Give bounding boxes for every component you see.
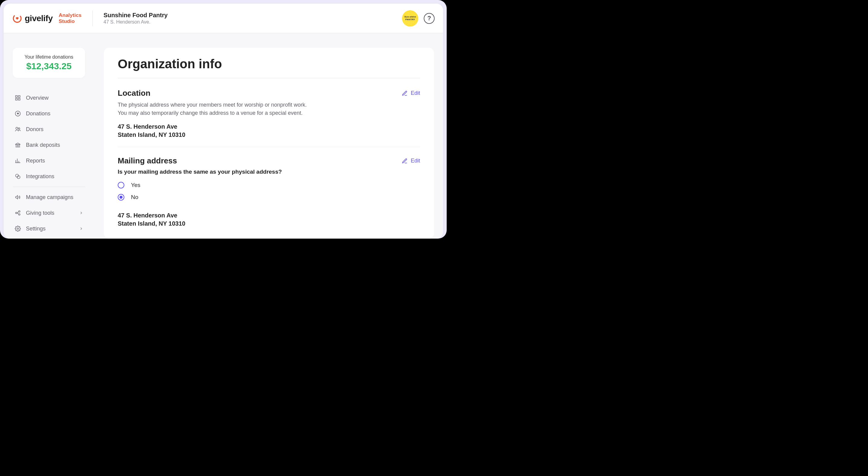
nav-primary: Overview Donations Donors [13,90,85,184]
svg-rect-1 [16,96,18,97]
chevron-right-icon [79,227,83,231]
grid-icon [14,94,21,101]
nav-label: Donors [26,126,43,132]
nav-manage-campaigns[interactable]: Manage campaigns [13,189,85,205]
nav-label: Bank deposits [26,142,60,148]
org-name: Sunshine Food Pantry [103,12,167,19]
brand-wordmark: givelify [25,13,53,23]
location-addr-line1: 47 S. Henderson Ave [118,123,420,131]
org-block[interactable]: Sunshine Food Pantry 47 S. Henderson Ave… [103,12,167,25]
location-description: The physical address where your members … [118,101,420,117]
org-address: 47 S. Henderson Ave. [103,19,167,25]
location-desc-line1: The physical address where your members … [118,102,307,108]
location-addr-line2: Staten Island, NY 10310 [118,131,420,139]
share-icon [14,210,21,216]
brand-sub-line2: Studio [59,19,82,25]
mailing-radio-yes[interactable]: Yes [118,182,420,188]
svg-point-12 [19,214,20,215]
bar-chart-icon [14,157,21,164]
mailing-heading: Mailing address [118,156,177,166]
gear-icon [14,225,21,232]
brand-sub-line1: Analytics [59,12,82,19]
location-heading: Location [118,89,150,98]
users-icon [14,126,21,132]
link-icon [14,173,21,180]
radio-icon-checked [118,194,124,201]
svg-point-10 [16,212,17,214]
content-card: Organization info Location Edit The phys… [104,48,434,239]
brand-block: givelify Analytics Studio [12,12,82,24]
svg-rect-3 [16,98,18,100]
svg-point-13 [17,228,19,230]
mailing-question: Is your mailing address the same as your… [118,169,420,175]
mailing-addr-line1: 47 S. Henderson Ave [118,211,420,219]
nav-settings[interactable]: Settings [13,221,85,237]
edit-icon [402,158,408,164]
nav-label: Reports [26,158,45,164]
nav-label: Giving tools [26,210,54,216]
edit-label: Edit [411,90,420,96]
help-button[interactable]: ? [424,13,435,24]
chevron-right-icon [79,211,83,215]
nav-label: Manage campaigns [26,194,73,201]
nav-label: Overview [26,95,49,101]
lifetime-donations-card[interactable]: Your lifetime donations $12,343.25 [13,48,85,78]
edit-icon [402,90,408,96]
header: givelify Analytics Studio Sunshine Food … [4,4,443,33]
givelify-logo-icon [12,13,22,24]
location-address: 47 S. Henderson Ave Staten Island, NY 10… [118,123,420,139]
mailing-addr-line2: Staten Island, NY 10310 [118,219,420,228]
brand-logo[interactable]: givelify [12,13,53,24]
svg-point-11 [19,211,20,212]
nav-donors[interactable]: Donors [13,121,85,137]
nav-overview[interactable]: Overview [13,90,85,106]
brand-subtitle: Analytics Studio [59,12,82,24]
nav-label: Donations [26,111,51,117]
sidebar: Your lifetime donations $12,343.25 Overv… [4,33,94,239]
header-divider [92,10,93,26]
svg-point-6 [16,127,18,129]
question-mark-icon: ? [427,15,431,22]
nav-label: Settings [26,226,45,232]
radio-icon [118,182,124,188]
page-title: Organization info [118,57,420,71]
mailing-radio-no[interactable]: No [118,194,420,201]
svg-rect-4 [19,98,20,100]
edit-label: Edit [411,158,420,164]
bank-icon [14,142,21,148]
radio-label-no: No [131,194,138,201]
svg-point-7 [19,128,20,129]
nav-divider [13,187,85,187]
avatar[interactable]: Sun-shine PANTRY [402,10,418,27]
radio-label-yes: Yes [131,182,140,188]
nav-bank-deposits[interactable]: Bank deposits [13,137,85,153]
nav-reports[interactable]: Reports [13,153,85,169]
nav-secondary: Manage campaigns Giving tools [13,189,85,237]
main-panel: Organization info Location Edit The phys… [94,33,443,239]
title-divider [118,78,420,78]
heart-circle-icon [14,110,21,117]
edit-location-button[interactable]: Edit [402,90,420,96]
avatar-text: Sun-shine PANTRY [402,16,418,21]
nav-giving-tools[interactable]: Giving tools [13,205,85,221]
nav-donations[interactable]: Donations [13,106,85,121]
nav-label: Integrations [26,173,54,180]
nav-integrations[interactable]: Integrations [13,169,85,184]
lifetime-label: Your lifetime donations [18,54,80,60]
svg-rect-2 [19,96,20,97]
lifetime-amount: $12,343.25 [18,61,80,71]
megaphone-icon [14,194,21,201]
section-divider [118,147,420,147]
location-desc-line2: You may also temporarily change this add… [118,110,303,116]
edit-mailing-button[interactable]: Edit [402,158,420,164]
mailing-address: 47 S. Henderson Ave Staten Island, NY 10… [118,211,420,228]
